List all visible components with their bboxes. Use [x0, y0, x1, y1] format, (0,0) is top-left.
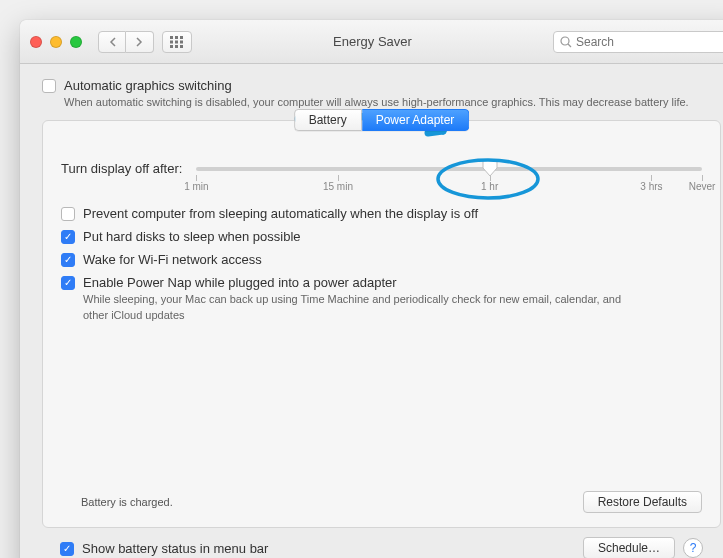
- tab-group: Battery Power Adapter: [294, 109, 470, 131]
- bottom-bar: Show battery status in menu bar Schedule…: [42, 528, 721, 558]
- power-nap-description: While sleeping, your Mac can back up usi…: [83, 292, 623, 323]
- search-field[interactable]: [553, 31, 723, 53]
- display-off-row: Turn display off after: 1 min 15 min 1 h…: [61, 161, 702, 176]
- power-nap-row: Enable Power Nap while plugged into a po…: [61, 275, 702, 290]
- tick-1hr: 1 hr: [481, 181, 498, 192]
- nav-buttons: [98, 31, 154, 53]
- energy-saver-window: Energy Saver Automatic graphics switchin…: [20, 20, 723, 558]
- prevent-sleep-label: Prevent computer from sleeping automatic…: [83, 206, 478, 221]
- battery-status: Battery is charged.: [81, 496, 173, 508]
- tab-power-adapter[interactable]: Power Adapter: [362, 109, 470, 131]
- hard-disks-label: Put hard disks to sleep when possible: [83, 229, 301, 244]
- minimize-icon[interactable]: [50, 36, 62, 48]
- prevent-sleep-row: Prevent computer from sleeping automatic…: [61, 206, 702, 221]
- svg-point-9: [561, 37, 569, 45]
- wifi-wake-label: Wake for Wi-Fi network access: [83, 252, 262, 267]
- menubar-label: Show battery status in menu bar: [82, 541, 268, 556]
- search-icon: [560, 36, 572, 48]
- power-nap-checkbox[interactable]: [61, 276, 75, 290]
- auto-graphics-row: Automatic graphics switching: [42, 78, 721, 93]
- auto-graphics-label: Automatic graphics switching: [64, 78, 232, 93]
- search-input[interactable]: [576, 35, 723, 49]
- slider-thumb[interactable]: [481, 159, 499, 177]
- forward-button[interactable]: [126, 31, 154, 53]
- zoom-icon[interactable]: [70, 36, 82, 48]
- traffic-lights: [30, 36, 82, 48]
- svg-rect-0: [170, 36, 173, 39]
- window-title: Energy Saver: [200, 34, 545, 49]
- close-icon[interactable]: [30, 36, 42, 48]
- titlebar: Energy Saver: [20, 20, 723, 64]
- svg-rect-8: [180, 45, 183, 48]
- auto-graphics-description: When automatic switching is disabled, yo…: [64, 95, 721, 110]
- power-nap-label: Enable Power Nap while plugged into a po…: [83, 275, 397, 290]
- svg-rect-7: [175, 45, 178, 48]
- tab-battery[interactable]: Battery: [294, 109, 362, 131]
- display-off-slider[interactable]: 1 min 15 min 1 hr 3 hrs Never: [196, 167, 702, 171]
- svg-rect-1: [175, 36, 178, 39]
- settings-panel: Battery Power Adapter Turn display off a…: [42, 120, 721, 528]
- wifi-wake-row: Wake for Wi-Fi network access: [61, 252, 702, 267]
- svg-rect-3: [170, 40, 173, 43]
- svg-rect-4: [175, 40, 178, 43]
- svg-rect-2: [180, 36, 183, 39]
- svg-rect-6: [170, 45, 173, 48]
- svg-line-10: [568, 44, 571, 47]
- display-off-label: Turn display off after:: [61, 161, 182, 176]
- content-area: Automatic graphics switching When automa…: [20, 64, 723, 558]
- tick-1min: 1 min: [184, 181, 208, 192]
- help-button[interactable]: ?: [683, 538, 703, 558]
- menubar-checkbox[interactable]: [60, 542, 74, 556]
- hard-disks-checkbox[interactable]: [61, 230, 75, 244]
- restore-defaults-button[interactable]: Restore Defaults: [583, 491, 702, 513]
- wifi-wake-checkbox[interactable]: [61, 253, 75, 267]
- schedule-button[interactable]: Schedule…: [583, 537, 675, 558]
- tick-15min: 15 min: [323, 181, 353, 192]
- auto-graphics-checkbox[interactable]: [42, 79, 56, 93]
- hard-disks-row: Put hard disks to sleep when possible: [61, 229, 702, 244]
- tick-never: Never: [689, 181, 716, 192]
- show-all-button[interactable]: [162, 31, 192, 53]
- slider-ticks: 1 min 15 min 1 hr 3 hrs Never: [196, 175, 702, 195]
- svg-rect-5: [180, 40, 183, 43]
- tick-3hrs: 3 hrs: [640, 181, 662, 192]
- panel-footer: Battery is charged. Restore Defaults: [61, 481, 702, 513]
- options-list: Prevent computer from sleeping automatic…: [61, 206, 702, 323]
- prevent-sleep-checkbox[interactable]: [61, 207, 75, 221]
- back-button[interactable]: [98, 31, 126, 53]
